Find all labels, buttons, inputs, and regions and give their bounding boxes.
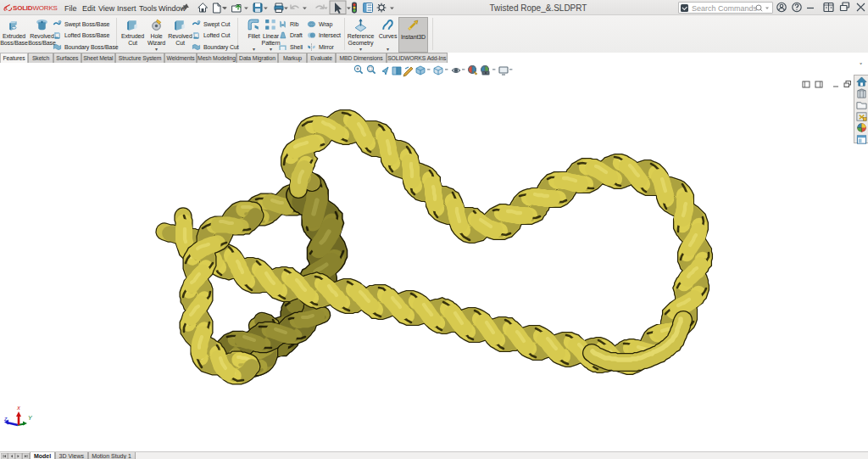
- svg-text:x: x: [16, 405, 20, 411]
- svg-text:Y: Y: [28, 415, 33, 421]
- svg-text:z: z: [3, 416, 8, 422]
